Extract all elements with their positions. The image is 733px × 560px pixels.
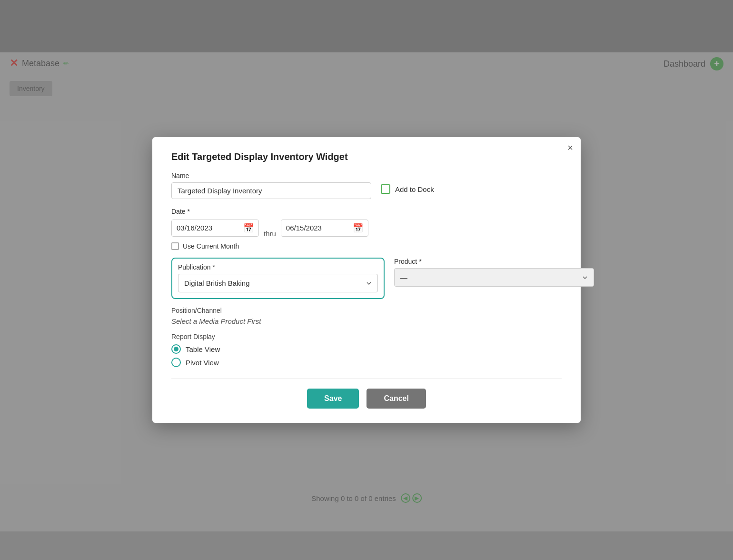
use-current-month-label: Use Current Month [183,242,239,250]
name-group: Name [171,172,371,199]
pivot-view-option[interactable]: Pivot View [171,358,562,367]
modal-close-button[interactable]: × [567,143,573,152]
product-label: Product * [394,258,594,265]
end-date-calendar-icon[interactable]: 📅 [348,220,368,236]
add-to-dock-label: Add to Dock [395,185,434,193]
add-to-dock-group: Add to Dock [381,184,434,194]
position-channel-placeholder: Select a Media Product First [171,317,562,325]
end-date-wrapper: 📅 [281,220,368,237]
start-date-wrapper: 📅 [171,220,259,237]
publication-label: Publication * [178,263,378,271]
use-current-month-checkbox[interactable] [171,242,179,250]
pivot-view-radio[interactable] [171,358,181,367]
date-inputs-row: 📅 thru 📅 [171,218,562,238]
publication-select[interactable]: Digital British Baking [178,274,378,292]
divider [171,379,562,379]
modal-overlay: × Edit Targeted Display Inventory Widget… [0,0,733,560]
product-select-wrapper: — [394,268,594,287]
cancel-button[interactable]: Cancel [366,389,426,409]
name-input[interactable] [171,182,371,199]
table-view-option[interactable]: Table View [171,344,562,354]
end-date-input[interactable] [281,220,348,236]
table-view-radio[interactable] [171,344,181,354]
name-row: Name Add to Dock [171,172,562,199]
button-row: Save Cancel [171,389,562,409]
date-group: Date * 📅 thru 📅 [171,208,562,238]
position-channel-group: Position/Channel Select a Media Product … [171,307,562,325]
pivot-view-label: Pivot View [186,359,219,367]
modal-title: Edit Targeted Display Inventory Widget [171,151,562,162]
save-button[interactable]: Save [307,389,359,409]
publication-select-wrapper: Digital British Baking [178,274,378,292]
publication-product-row: Publication * Digital British Baking Pro… [171,258,562,299]
add-to-dock-checkbox[interactable] [381,184,390,194]
report-display-group: Report Display Table View Pivot View [171,333,562,367]
use-current-month-row: Use Current Month [171,242,562,250]
date-label: Date * [171,208,562,215]
report-display-label: Report Display [171,333,562,340]
publication-highlighted-section: Publication * Digital British Baking [171,258,385,299]
start-date-calendar-icon[interactable]: 📅 [238,220,258,236]
product-group: Product * — [394,258,594,287]
table-view-label: Table View [186,345,220,353]
start-date-input[interactable] [172,220,238,236]
product-select[interactable]: — [394,268,594,287]
name-label: Name [171,172,371,180]
edit-widget-modal: × Edit Targeted Display Inventory Widget… [152,137,581,423]
position-channel-label: Position/Channel [171,307,562,314]
thru-label: thru [264,230,276,238]
